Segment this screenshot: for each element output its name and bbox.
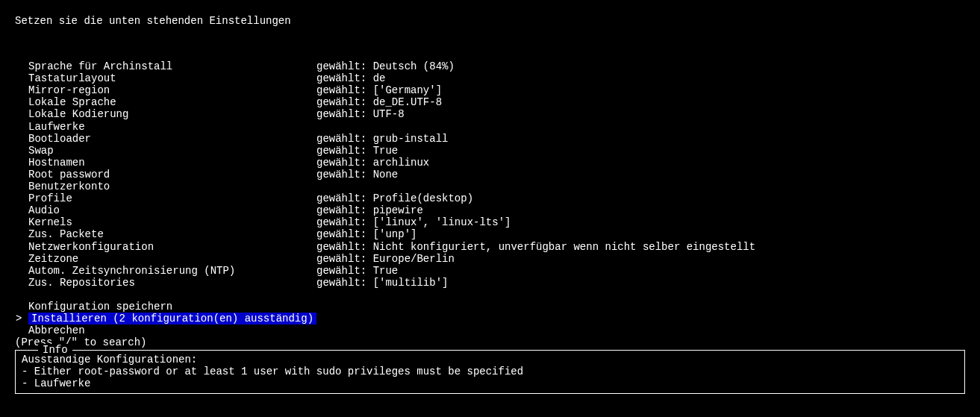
menu-item-packages[interactable]: Zus. Packete gewählt: ['unp'] <box>15 228 980 240</box>
menu-value: gewählt: ['unp'] <box>316 228 416 240</box>
menu-value: gewählt: Profile(desktop) <box>316 192 473 204</box>
menu-item-timezone[interactable]: Zeitzone gewählt: Europe/Berlin <box>15 253 980 265</box>
selector-arrow-icon: > <box>15 313 28 324</box>
menu-value: gewählt: ['multilib'] <box>316 277 448 289</box>
menu-label: Zeitzone <box>15 253 316 265</box>
menu-value: gewählt: None <box>316 169 398 181</box>
menu-label: Sprache für Archinstall <box>15 60 316 72</box>
menu-value: gewählt: ['linux', 'linux-lts'] <box>316 216 511 228</box>
settings-menu: Sprache für Archinstall gewählt: Deutsch… <box>0 27 980 348</box>
menu-label: Autom. Zeitsynchronisierung (NTP) <box>15 265 316 277</box>
menu-value: gewählt: UTF-8 <box>316 108 405 120</box>
info-heading: Ausständige Konfigurationen: <box>22 354 958 366</box>
menu-label: Kernels <box>15 216 316 228</box>
menu-item-keyboard[interactable]: Tastaturlayout gewählt: de <box>15 72 980 84</box>
menu-label: Zus. Repositories <box>15 277 316 289</box>
menu-item-user-account[interactable]: Benutzerkonto <box>15 181 980 192</box>
menu-label: Laufwerke <box>15 121 316 133</box>
menu-label: Lokale Kodierung <box>15 108 316 120</box>
menu-value: gewählt: pipewire <box>316 204 423 216</box>
search-hint: (Press "/" to search) <box>15 336 980 348</box>
menu-item-network[interactable]: Netzwerkonfiguration gewählt: Nicht konf… <box>15 241 980 253</box>
page-header: Setzen sie die unten stehenden Einstellu… <box>0 0 980 27</box>
menu-item-locale-enc[interactable]: Lokale Kodierung gewählt: UTF-8 <box>15 108 980 120</box>
menu-label: Bootloader <box>15 133 316 145</box>
menu-label: Netzwerkonfiguration <box>15 241 316 253</box>
cancel-label: Abbrechen <box>28 324 85 336</box>
menu-item-kernels[interactable]: Kernels gewählt: ['linux', 'linux-lts'] <box>15 216 980 228</box>
info-line2: - Laufwerke <box>22 377 958 389</box>
menu-value: gewählt: de_DE.UTF-8 <box>316 96 442 108</box>
menu-item-mirror[interactable]: Mirror-region gewählt: ['Germany'] <box>15 84 980 96</box>
menu-item-swap[interactable]: Swap gewählt: True <box>15 145 980 157</box>
info-line1: - Either root-password or at least 1 use… <box>22 366 958 377</box>
menu-value: gewählt: Deutsch (84%) <box>316 60 455 72</box>
install-action[interactable]: > Installieren (2 konfiguration(en) auss… <box>15 313 980 324</box>
cancel-action[interactable]: Abbrechen <box>15 324 980 336</box>
info-box: Info Ausständige Konfigurationen: - Eith… <box>15 350 965 393</box>
page-title: Setzen sie die unten stehenden Einstellu… <box>15 15 291 27</box>
menu-label: Swap <box>15 145 316 157</box>
actions-section: Konfiguration speichern > Installieren (… <box>15 301 980 336</box>
menu-value: gewählt: archlinux <box>316 157 429 169</box>
menu-item-audio[interactable]: Audio gewählt: pipewire <box>15 204 980 216</box>
menu-label: Profile <box>15 192 316 204</box>
menu-item-drives[interactable]: Laufwerke <box>15 121 980 133</box>
install-label: Installieren (2 konfiguration(en) ausstä… <box>28 313 316 324</box>
menu-label: Mirror-region <box>15 84 316 96</box>
menu-item-repositories[interactable]: Zus. Repositories gewählt: ['multilib'] <box>15 277 980 289</box>
menu-value: gewählt: de <box>316 72 385 84</box>
menu-label: Benutzerkonto <box>15 181 316 192</box>
menu-label: Zus. Packete <box>15 228 316 240</box>
menu-label: Hostnamen <box>15 157 316 169</box>
save-config-action[interactable]: Konfiguration speichern <box>15 301 980 313</box>
menu-label: Tastaturlayout <box>15 72 316 84</box>
menu-item-hostname[interactable]: Hostnamen gewählt: archlinux <box>15 157 980 169</box>
menu-item-locale-lang[interactable]: Lokale Sprache gewählt: de_DE.UTF-8 <box>15 96 980 108</box>
menu-value: gewählt: True <box>316 145 398 157</box>
menu-value: gewählt: ['Germany'] <box>316 84 442 96</box>
save-config-label: Konfiguration speichern <box>28 301 172 313</box>
menu-value: gewählt: grub-install <box>316 133 448 145</box>
menu-label: Audio <box>15 204 316 216</box>
menu-item-bootloader[interactable]: Bootloader gewählt: grub-install <box>15 133 980 145</box>
info-box-title: Info <box>38 344 72 356</box>
menu-label: Lokale Sprache <box>15 96 316 108</box>
menu-item-profile[interactable]: Profile gewählt: Profile(desktop) <box>15 192 980 204</box>
menu-item-language[interactable]: Sprache für Archinstall gewählt: Deutsch… <box>15 60 980 72</box>
menu-item-ntp[interactable]: Autom. Zeitsynchronisierung (NTP) gewähl… <box>15 265 980 277</box>
menu-value: gewählt: Nicht konfiguriert, unverfügbar… <box>316 241 755 253</box>
menu-value: gewählt: Europe/Berlin <box>316 253 455 265</box>
menu-item-root-password[interactable]: Root password gewählt: None <box>15 169 980 181</box>
menu-label: Root password <box>15 169 316 181</box>
menu-value: gewählt: True <box>316 265 398 277</box>
